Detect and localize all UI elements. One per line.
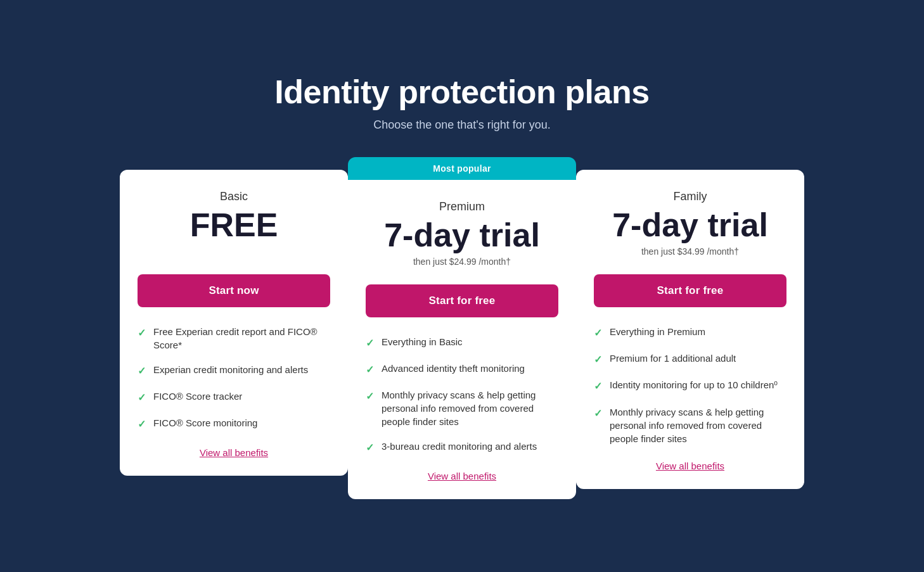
start-now-button[interactable]: Start now — [138, 274, 330, 307]
plan-card-premium: Premium 7-day trial then just $24.99 /mo… — [348, 180, 576, 499]
feature-item: ✓ Free Experian credit report and FICO® … — [138, 325, 330, 352]
plan-name-family: Family — [594, 190, 786, 203]
feature-text: Free Experian credit report and FICO® Sc… — [153, 325, 330, 352]
feature-item: ✓ Monthly privacy scans & help getting p… — [366, 388, 558, 428]
view-benefits-premium[interactable]: View all benefits — [366, 471, 558, 481]
page-subtitle: Choose the one that's right for you. — [274, 118, 649, 132]
check-icon: ✓ — [366, 441, 374, 455]
page-header: Identity protection plans Choose the one… — [274, 73, 649, 132]
check-icon: ✓ — [366, 336, 374, 350]
view-benefits-basic[interactable]: View all benefits — [138, 447, 330, 458]
page-title: Identity protection plans — [274, 73, 649, 111]
feature-text: Premium for 1 additional adult — [610, 352, 736, 365]
check-icon: ✓ — [594, 353, 602, 367]
feature-item: ✓ Experian credit monitoring and alerts — [138, 363, 330, 378]
check-icon: ✓ — [366, 390, 374, 404]
feature-item: ✓ Premium for 1 additional adult — [594, 352, 786, 367]
check-icon: ✓ — [138, 364, 146, 378]
check-icon: ✓ — [594, 326, 602, 340]
feature-text: Experian credit monitoring and alerts — [153, 363, 308, 376]
feature-list-premium: ✓ Everything in Basic ✓ Advanced identit… — [366, 335, 558, 455]
check-icon: ✓ — [138, 326, 146, 340]
plan-card-family: Family 7-day trial then just $34.99 /mon… — [576, 170, 804, 488]
plan-price-basic: FREE — [138, 207, 330, 243]
view-benefits-family[interactable]: View all benefits — [594, 461, 786, 471]
plan-name-basic: Basic — [138, 190, 330, 203]
feature-item: ✓ Identity monitoring for up to 10 child… — [594, 378, 786, 393]
feature-item: ✓ FICO® Score monitoring — [138, 416, 330, 431]
check-icon: ✓ — [594, 407, 602, 421]
feature-text: FICO® Score monitoring — [153, 416, 257, 429]
feature-item: ✓ 3-bureau credit monitoring and alerts — [366, 440, 558, 455]
feature-text: Everything in Basic — [382, 335, 463, 348]
feature-text: Identity monitoring for up to 10 childre… — [610, 378, 778, 391]
premium-wrapper: Most popular Premium 7-day trial then ju… — [348, 157, 576, 499]
most-popular-badge: Most popular — [348, 157, 576, 180]
feature-text: Monthly privacy scans & help getting per… — [610, 405, 786, 445]
feature-item: ✓ Monthly privacy scans & help getting p… — [594, 405, 786, 445]
feature-text: Advanced identity theft monitoring — [382, 362, 525, 375]
plan-price-sub-basic — [138, 246, 330, 259]
check-icon: ✓ — [138, 417, 146, 431]
feature-text: Monthly privacy scans & help getting per… — [382, 388, 558, 428]
feature-item: ✓ Advanced identity theft monitoring — [366, 362, 558, 377]
plans-container: Basic FREE Start now ✓ Free Experian cre… — [82, 157, 842, 499]
feature-item: ✓ FICO® Score tracker — [138, 390, 330, 405]
check-icon: ✓ — [366, 363, 374, 377]
feature-text: 3-bureau credit monitoring and alerts — [382, 440, 537, 453]
plan-price-premium: 7-day trial — [366, 217, 558, 253]
feature-text: Everything in Premium — [610, 325, 705, 338]
check-icon: ✓ — [138, 391, 146, 405]
check-icon: ✓ — [594, 379, 602, 393]
plan-price-sub-family: then just $34.99 /month† — [594, 246, 786, 259]
start-for-free-button-premium[interactable]: Start for free — [366, 284, 558, 317]
feature-item: ✓ Everything in Premium — [594, 325, 786, 340]
feature-list-family: ✓ Everything in Premium ✓ Premium for 1 … — [594, 325, 786, 445]
plan-price-family: 7-day trial — [594, 207, 786, 243]
start-for-free-button-family[interactable]: Start for free — [594, 274, 786, 307]
plan-price-sub-premium: then just $24.99 /month† — [366, 257, 558, 269]
feature-list-basic: ✓ Free Experian credit report and FICO® … — [138, 325, 330, 432]
feature-item: ✓ Everything in Basic — [366, 335, 558, 350]
plan-card-basic: Basic FREE Start now ✓ Free Experian cre… — [120, 170, 348, 475]
plan-name-premium: Premium — [366, 200, 558, 213]
feature-text: FICO® Score tracker — [153, 390, 242, 403]
